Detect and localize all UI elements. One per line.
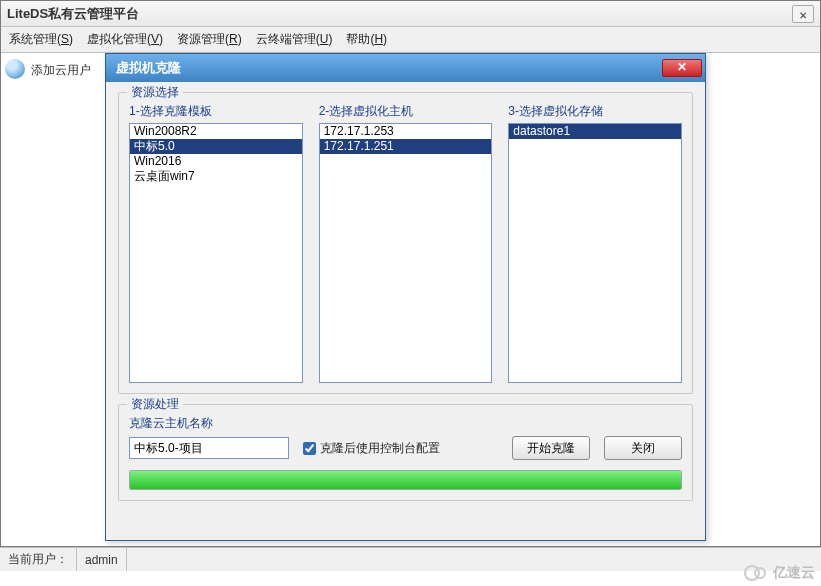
menu-terminal[interactable]: 云终端管理(U): [256, 31, 333, 48]
dialog-title-bar: 虚拟机克隆 ✕: [106, 54, 705, 82]
client-area: 添加云用户 虚拟机克隆 ✕ 资源选择 1-选择克隆模板 Win2008R2中标5…: [1, 53, 820, 546]
progress-bar: [129, 470, 682, 490]
resource-select-group: 资源选择 1-选择克隆模板 Win2008R2中标5.0Win2016云桌面wi…: [118, 92, 693, 394]
window-title: LiteDS私有云管理平台: [7, 5, 139, 23]
template-col-label: 1-选择克隆模板: [129, 103, 303, 120]
datastore-listbox[interactable]: datastore1: [508, 123, 682, 383]
datastore-col-label: 3-选择虚拟化存储: [508, 103, 682, 120]
resource-select-legend: 资源选择: [127, 84, 183, 101]
console-config-checkbox-wrap[interactable]: 克隆后使用控制台配置: [303, 440, 440, 457]
clone-dialog: 虚拟机克隆 ✕ 资源选择 1-选择克隆模板 Win2008R2中标5.0Win2…: [105, 53, 706, 541]
start-clone-button[interactable]: 开始克隆: [512, 436, 590, 460]
menu-system[interactable]: 系统管理(S): [9, 31, 73, 48]
list-item[interactable]: 172.17.1.251: [320, 139, 492, 154]
status-bar: 当前用户： admin: [0, 547, 821, 571]
close-button[interactable]: 关闭: [604, 436, 682, 460]
watermark-icon: [744, 564, 770, 582]
resource-process-legend: 资源处理: [127, 396, 183, 413]
system-close-button[interactable]: ⨉: [792, 5, 814, 23]
sidebar-add-user-label: 添加云用户: [31, 59, 91, 79]
console-config-checkbox[interactable]: [303, 442, 316, 455]
list-item[interactable]: Win2016: [130, 154, 302, 169]
list-item[interactable]: datastore1: [509, 124, 681, 139]
title-bar: LiteDS私有云管理平台 ⨉: [1, 1, 820, 27]
menu-resources[interactable]: 资源管理(R): [177, 31, 242, 48]
menu-help[interactable]: 帮助(H): [346, 31, 387, 48]
list-item[interactable]: Win2008R2: [130, 124, 302, 139]
host-col-label: 2-选择虚拟化主机: [319, 103, 493, 120]
menu-virtualization[interactable]: 虚拟化管理(V): [87, 31, 163, 48]
watermark: 亿速云: [744, 564, 815, 582]
console-config-label: 克隆后使用控制台配置: [320, 440, 440, 457]
main-window: LiteDS私有云管理平台 ⨉ 系统管理(S) 虚拟化管理(V) 资源管理(R)…: [0, 0, 821, 547]
hostname-input[interactable]: [129, 437, 289, 459]
host-listbox[interactable]: 172.17.1.253172.17.1.251: [319, 123, 493, 383]
watermark-text: 亿速云: [773, 564, 815, 582]
list-item[interactable]: 172.17.1.253: [320, 124, 492, 139]
template-listbox[interactable]: Win2008R2中标5.0Win2016云桌面win7: [129, 123, 303, 383]
status-user-value: admin: [77, 548, 127, 571]
dialog-title: 虚拟机克隆: [116, 59, 181, 77]
list-item[interactable]: 云桌面win7: [130, 169, 302, 184]
list-item[interactable]: 中标5.0: [130, 139, 302, 154]
sidebar-add-user[interactable]: 添加云用户: [1, 53, 104, 546]
menu-bar: 系统管理(S) 虚拟化管理(V) 资源管理(R) 云终端管理(U) 帮助(H): [1, 27, 820, 53]
hostname-label: 克隆云主机名称: [129, 415, 682, 432]
resource-process-group: 资源处理 克隆云主机名称 克隆后使用控制台配置 开始克隆 关闭: [118, 404, 693, 501]
dialog-close-button[interactable]: ✕: [662, 59, 702, 77]
avatar-icon: [5, 59, 25, 79]
status-user-label: 当前用户：: [0, 548, 77, 571]
progress-fill: [130, 471, 681, 489]
